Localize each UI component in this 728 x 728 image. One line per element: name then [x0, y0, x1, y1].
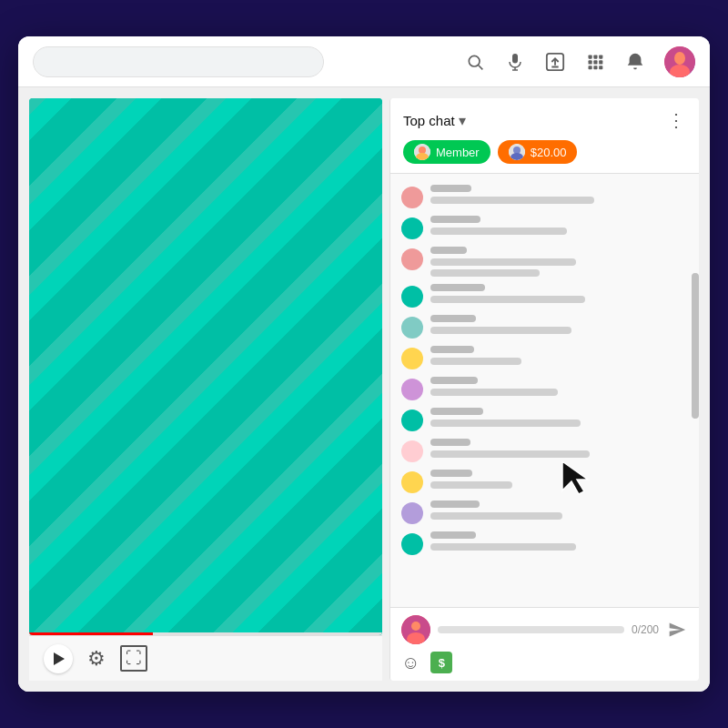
- username-bar: [430, 408, 483, 415]
- user-avatar[interactable]: [664, 46, 695, 77]
- browser-window: ⚙ ⛶ Top chat ▾ ⋮: [18, 36, 710, 692]
- member-chip[interactable]: Member: [403, 140, 490, 164]
- list-item: [390, 243, 699, 280]
- bell-icon[interactable]: [624, 51, 646, 73]
- svg-rect-15: [593, 66, 597, 69]
- video-area: ⚙ ⛶: [18, 87, 382, 692]
- apps-icon[interactable]: [584, 51, 606, 73]
- svg-point-0: [469, 56, 480, 66]
- play-button[interactable]: [44, 644, 73, 673]
- list-item: [390, 212, 699, 243]
- video-player[interactable]: [29, 98, 382, 635]
- message-text-bar: [430, 543, 576, 551]
- message-content: [430, 408, 688, 427]
- message-text-bar: [430, 420, 581, 427]
- message-text-bar: [430, 358, 521, 365]
- avatar: [401, 533, 423, 555]
- message-text-bar: [430, 258, 576, 266]
- username-bar: [430, 247, 467, 254]
- mic-icon[interactable]: [504, 51, 526, 73]
- avatar: [401, 440, 423, 462]
- message-text-bar: [430, 512, 562, 520]
- super-chat-icon[interactable]: $: [430, 652, 452, 673]
- list-item: [390, 435, 699, 466]
- message-content: [430, 247, 688, 277]
- list-item: [390, 181, 699, 212]
- svg-point-24: [513, 147, 521, 154]
- user-chat-avatar: [401, 615, 430, 644]
- chat-header: Top chat ▾ ⋮ Member: [390, 98, 699, 174]
- avatar: [401, 410, 423, 431]
- username-bar: [430, 315, 476, 322]
- message-content: [430, 284, 688, 303]
- svg-rect-8: [589, 55, 592, 58]
- list-item: [390, 404, 699, 435]
- char-counter: 0/200: [632, 623, 659, 636]
- message-content: [430, 377, 688, 396]
- avatar: [401, 217, 423, 239]
- username-bar: [430, 185, 471, 192]
- message-content: [430, 216, 688, 235]
- message-content: [430, 470, 688, 489]
- chat-action-bar: ☺ $: [401, 652, 688, 673]
- chat-title-left: Top chat ▾: [403, 112, 466, 129]
- username-bar: [430, 284, 485, 291]
- settings-icon[interactable]: ⚙: [87, 647, 106, 671]
- svg-rect-11: [589, 60, 592, 64]
- upload-icon[interactable]: [544, 51, 566, 73]
- username-bar: [430, 346, 474, 353]
- message-text-bar: [430, 296, 585, 303]
- username-bar: [430, 531, 476, 539]
- chevron-down-icon[interactable]: ▾: [459, 112, 466, 129]
- username-bar: [430, 439, 470, 446]
- emoji-icon[interactable]: ☺: [401, 652, 420, 673]
- avatar: [401, 471, 423, 493]
- svg-rect-14: [589, 66, 592, 69]
- message-text-bar: [430, 327, 571, 334]
- member-chip-label: Member: [436, 146, 480, 159]
- scrollbar-thumb[interactable]: [692, 273, 699, 419]
- message-text-bar: [430, 228, 567, 235]
- list-item: [390, 497, 699, 528]
- list-item: [390, 373, 699, 404]
- video-progress-fill: [29, 632, 153, 635]
- list-item: [390, 528, 699, 559]
- svg-rect-12: [593, 60, 597, 64]
- list-item: [390, 311, 699, 342]
- list-item: [390, 342, 699, 373]
- donation-chip[interactable]: $20.00: [498, 140, 578, 164]
- username-bar: [430, 500, 480, 508]
- message-content: [430, 315, 688, 334]
- message-text-bar2: [430, 269, 540, 277]
- video-progress-bar[interactable]: [29, 632, 382, 635]
- chat-text-input[interactable]: [438, 626, 624, 633]
- svg-point-21: [419, 147, 426, 154]
- donation-chip-avatar: [509, 144, 525, 160]
- avatar: [401, 248, 423, 270]
- chat-messages[interactable]: [390, 174, 699, 607]
- chat-title-row: Top chat ▾ ⋮: [403, 109, 686, 131]
- member-chip-avatar: [414, 144, 430, 160]
- chat-title: Top chat: [403, 113, 455, 128]
- svg-line-1: [479, 65, 483, 69]
- avatar: [401, 348, 423, 369]
- top-icons: [464, 46, 695, 77]
- chat-panel: Top chat ▾ ⋮ Member: [389, 98, 699, 681]
- svg-point-18: [674, 52, 685, 65]
- message-text-bar: [430, 481, 512, 489]
- message-text-bar: [430, 450, 590, 458]
- donation-chip-label: $20.00: [531, 146, 567, 159]
- fullscreen-icon[interactable]: ⛶: [120, 645, 147, 672]
- list-item: [390, 466, 699, 497]
- avatar: [401, 379, 423, 400]
- message-content: [430, 439, 688, 458]
- send-button[interactable]: [666, 619, 688, 641]
- avatar: [401, 187, 423, 208]
- more-options-button[interactable]: ⋮: [667, 109, 686, 131]
- search-icon[interactable]: [464, 51, 486, 73]
- message-content: [430, 185, 688, 204]
- search-bar[interactable]: [33, 46, 324, 77]
- username-bar: [430, 377, 478, 384]
- chat-input-area: 0/200 ☺ $: [390, 607, 699, 681]
- svg-rect-16: [599, 66, 602, 69]
